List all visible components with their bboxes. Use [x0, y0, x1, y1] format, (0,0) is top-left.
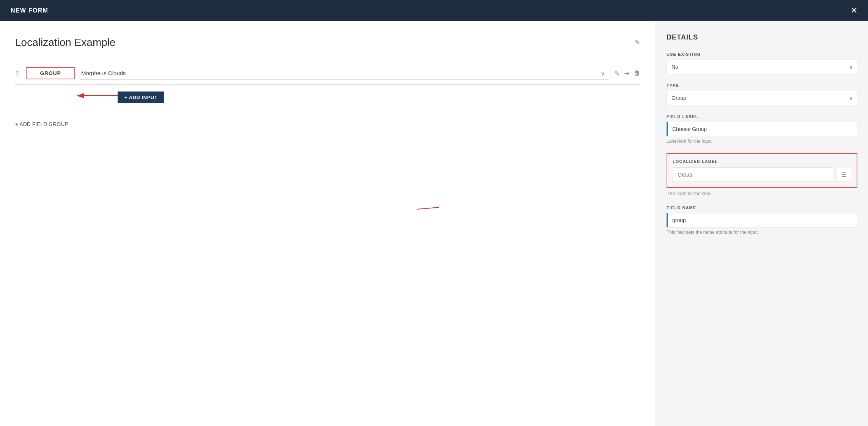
field-name-input-wrapper [667, 213, 857, 227]
header-title: NEW FORM [11, 7, 48, 14]
details-panel: DETAILS USE EXISTING No Yes ∨ TYPE Group… [656, 21, 868, 426]
use-existing-select-wrapper: No Yes ∨ [667, 60, 857, 74]
localized-label-input[interactable] [673, 168, 833, 181]
group-label-box: GROUP [26, 67, 75, 79]
header: NEW FORM ✕ [0, 0, 868, 21]
field-group: ⠿ GROUP Morpheus Clouds ∨ ✎ ⇥ 🗑 [15, 62, 640, 85]
row-actions: ✎ ⇥ 🗑 [614, 69, 640, 77]
group-select[interactable]: Morpheus Clouds [80, 67, 608, 80]
localized-label-hint: i18n code for the label [667, 191, 857, 196]
localized-label-inner: ☰ [673, 167, 851, 182]
field-label-input-wrapper [667, 122, 857, 136]
type-select-wrapper: Group Text Number Select ∨ [667, 91, 857, 105]
type-label: TYPE [667, 83, 857, 88]
form-row: ⠿ GROUP Morpheus Clouds ∨ ✎ ⇥ 🗑 [15, 62, 640, 85]
svg-line-2 [417, 207, 439, 209]
add-input-button[interactable]: + ADD INPUT [118, 92, 164, 103]
use-existing-select[interactable]: No Yes [667, 60, 857, 74]
group-label-text: GROUP [40, 70, 61, 76]
list-icon: ☰ [841, 171, 846, 178]
edit-field-button[interactable]: ✎ [614, 69, 620, 77]
type-select[interactable]: Group Text Number Select [667, 91, 857, 105]
localized-input-wrapper [673, 167, 833, 182]
field-input-wrapper: Morpheus Clouds ∨ [80, 67, 608, 80]
close-button[interactable]: ✕ [851, 6, 857, 15]
field-label-label: FIELD LABEL [667, 114, 857, 119]
main-layout: Localization Example ✎ ⠿ GROUP Morpheus … [0, 21, 868, 426]
field-name-label: FIELD NAME [667, 205, 857, 210]
localized-label-section: LOCALIZED LABEL ☰ [667, 153, 857, 188]
form-title-edit-icon[interactable]: ✎ [635, 38, 640, 47]
localized-label-section-title: LOCALIZED LABEL [673, 159, 851, 164]
localized-label-field: LOCALIZED LABEL ☰ i18n code for the labe… [667, 153, 857, 196]
type-field: TYPE Group Text Number Select ∨ [667, 83, 857, 105]
drag-handle-icon[interactable]: ⠿ [15, 70, 20, 77]
use-existing-label: USE EXISTING [667, 52, 857, 57]
add-field-group-container: + ADD FIELD GROUP [15, 107, 640, 135]
field-label-hint: Label text for the input [667, 139, 857, 144]
field-name-hint: This field sets the name attribute for t… [667, 230, 857, 235]
use-existing-field: USE EXISTING No Yes ∨ [667, 52, 857, 74]
field-label-input[interactable] [668, 122, 857, 136]
link-field-button[interactable]: ⇥ [624, 69, 629, 77]
field-label-field: FIELD LABEL Label text for the input [667, 114, 857, 144]
field-name-field: FIELD NAME This field sets the name attr… [667, 205, 857, 235]
field-name-input[interactable] [668, 213, 857, 227]
details-title: DETAILS [667, 33, 857, 41]
localized-list-button[interactable]: ☰ [836, 168, 851, 182]
add-field-group-link[interactable]: + ADD FIELD GROUP [15, 114, 640, 135]
form-title-row: Localization Example ✎ [15, 36, 640, 49]
delete-field-button[interactable]: 🗑 [634, 69, 640, 77]
form-title: Localization Example [15, 36, 116, 49]
content-area: Localization Example ✎ ⠿ GROUP Morpheus … [0, 21, 656, 426]
